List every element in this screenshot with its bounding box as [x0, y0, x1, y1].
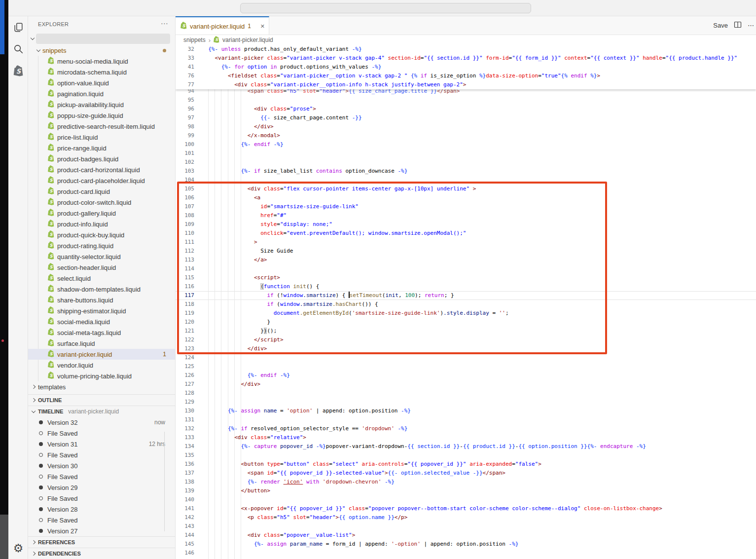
folder-snippets[interactable]: snippets [28, 45, 175, 56]
file-item[interactable]: Spagination.liquid [28, 88, 175, 99]
line-number[interactable]: 118 [176, 300, 194, 309]
line-number[interactable]: 123 [176, 344, 194, 353]
line-number[interactable]: 108 [176, 211, 194, 220]
code-line[interactable]: 97 {{- size_chart_page.content -}} [176, 113, 756, 122]
timeline-item[interactable]: File Saved [28, 493, 175, 504]
line-number[interactable]: 126 [176, 371, 194, 380]
line-number[interactable]: 105 [176, 185, 194, 193]
file-item[interactable]: Sprice-list.liquid [28, 132, 175, 143]
file-item[interactable]: Sproduct-quick-buy.liquid [28, 229, 175, 240]
search-icon[interactable] [8, 38, 28, 60]
line-number[interactable]: 96 [176, 105, 194, 113]
code-line[interactable]: 133 <div class="relative"> [176, 433, 756, 442]
file-item[interactable]: Ssurface.liquid [28, 338, 175, 349]
code-line[interactable]: 106 <a [176, 193, 756, 202]
line-number[interactable]: 121 [176, 327, 194, 335]
code-line[interactable]: 115 <script> [176, 273, 756, 282]
panel-dependencies[interactable]: DEPENDENCIES [28, 548, 175, 559]
line-number[interactable]: 112 [176, 247, 194, 256]
line-number[interactable]: 122 [176, 335, 194, 344]
file-item[interactable]: Sproduct-color-switch.liquid [28, 197, 175, 208]
code-line[interactable]: 131 [176, 415, 756, 424]
timeline-item[interactable]: File Saved [28, 428, 175, 439]
line-number[interactable]: 115 [176, 273, 194, 282]
file-item[interactable]: Ssection-header.liquid [28, 262, 175, 273]
file-item[interactable]: Sproduct-rating.liquid [28, 240, 175, 251]
file-item[interactable]: Sshadow-dom-templates.liquid [28, 284, 175, 295]
line-number[interactable]: 104 [176, 176, 194, 185]
file-item[interactable]: Ssocial-meta-tags.liquid [28, 327, 175, 338]
code-line[interactable]: 128 [176, 389, 756, 398]
panel-timeline[interactable]: TIMELINE variant-picker.liquid [28, 406, 175, 417]
line-number[interactable]: 137 [176, 469, 194, 478]
code-line[interactable]: 143 [176, 522, 756, 531]
code-line[interactable]: 139 </button> [176, 486, 756, 495]
file-item[interactable]: Spickup-availability.liquid [28, 99, 175, 110]
code-line[interactable]: 116 (function init() { [176, 282, 756, 291]
line-number[interactable]: 146 [176, 549, 194, 558]
file-item[interactable]: Spredictive-search-result-item.liquid [28, 121, 175, 132]
line-number[interactable]: 138 [176, 478, 194, 486]
line-number[interactable]: 76 [176, 72, 194, 80]
line-number[interactable]: 109 [176, 220, 194, 229]
timeline-item[interactable]: Version 32now [28, 417, 175, 428]
code-line[interactable]: 145 {%- assign param_name = form_id | ap… [176, 540, 756, 549]
line-number[interactable]: 140 [176, 495, 194, 504]
code-line[interactable]: 98 </div> [176, 122, 756, 131]
code-line[interactable]: 112 Size Guide [176, 247, 756, 256]
file-item[interactable]: Sproduct-card-horizontal.liquid [28, 164, 175, 175]
file-item[interactable]: Svendor.liquid [28, 360, 175, 371]
shopify-extension-icon[interactable]: S [8, 60, 28, 81]
line-number[interactable]: 120 [176, 318, 194, 327]
line-number[interactable]: 145 [176, 540, 194, 549]
line-number[interactable]: 111 [176, 238, 194, 247]
line-number[interactable]: 131 [176, 415, 194, 424]
code-line[interactable]: 136 <button type="button" class="select"… [176, 460, 756, 469]
file-item[interactable]: Smicrodata-schema.liquid [28, 67, 175, 77]
line-number[interactable]: 132 [176, 424, 194, 433]
file-item[interactable]: Soption-value.liquid [28, 77, 175, 88]
file-item[interactable]: Ssocial-media.liquid [28, 316, 175, 327]
code-line[interactable]: 94 <span class="h5" slot="header">{{ siz… [176, 89, 756, 96]
code-line[interactable]: 134 {%- capture popover_id -%}popover-va… [176, 442, 756, 451]
workspace-root-row[interactable] [28, 32, 175, 45]
timeline-item[interactable]: File Saved [28, 449, 175, 460]
code-line[interactable]: 137 <span id="{{ popover_id }}-selected-… [176, 469, 756, 478]
breadcrumb[interactable]: snippets › S variant-picker.liquid [176, 35, 756, 45]
code-line[interactable]: 126 {%- endif -%} [176, 371, 756, 380]
file-item[interactable]: Spoppu-size-guide.liquid [28, 110, 175, 121]
line-number[interactable]: 106 [176, 193, 194, 202]
code-line[interactable]: 135 [176, 451, 756, 460]
code-line[interactable]: 108 href="#" [176, 211, 756, 220]
line-number[interactable]: 119 [176, 309, 194, 318]
file-item[interactable]: Smenu-social-media.liquid [28, 56, 175, 67]
line-number[interactable]: 32 [176, 45, 194, 54]
code-line[interactable]: 33 <variant-picker class="variant-picker… [176, 54, 756, 63]
tab-variant-picker[interactable]: S variant-picker.liquid 1 ✕ [176, 16, 269, 35]
line-number[interactable]: 103 [176, 167, 194, 176]
code-line[interactable]: 129 [176, 398, 756, 407]
line-number[interactable]: 110 [176, 229, 194, 238]
timeline-item[interactable]: File Saved [28, 515, 175, 525]
file-item[interactable]: Svariant-picker.liquid1 [28, 349, 175, 360]
split-editor-icon[interactable] [734, 21, 742, 30]
panel-outline[interactable]: OUTLINE [28, 394, 175, 406]
more-actions-icon[interactable]: ⋯ [748, 22, 754, 29]
timeline-item[interactable]: File Saved [28, 471, 175, 482]
code-line[interactable]: 127 </div> [176, 380, 756, 389]
line-number[interactable]: 117 [176, 291, 194, 300]
line-number[interactable]: 99 [176, 131, 194, 140]
code-line[interactable]: 104 [176, 176, 756, 185]
timeline-item[interactable]: Version 28 [28, 504, 175, 515]
line-number[interactable]: 116 [176, 282, 194, 291]
panel-references[interactable]: REFERENCES [28, 536, 175, 548]
code-line[interactable]: 110 onclick="event.preventDefault(); win… [176, 229, 756, 238]
file-item[interactable]: Svolume-pricing-table.liquid [28, 371, 175, 381]
line-number[interactable]: 134 [176, 442, 194, 451]
code-line[interactable]: 76 <fieldset class="variant-picker__opti… [176, 72, 756, 80]
line-number[interactable]: 141 [176, 504, 194, 513]
code-line[interactable]: 117 if (!window.smartsize) { setTimeout(… [176, 291, 756, 300]
line-number[interactable]: 100 [176, 140, 194, 149]
line-number[interactable]: 124 [176, 353, 194, 362]
line-number[interactable]: 77 [176, 80, 194, 89]
